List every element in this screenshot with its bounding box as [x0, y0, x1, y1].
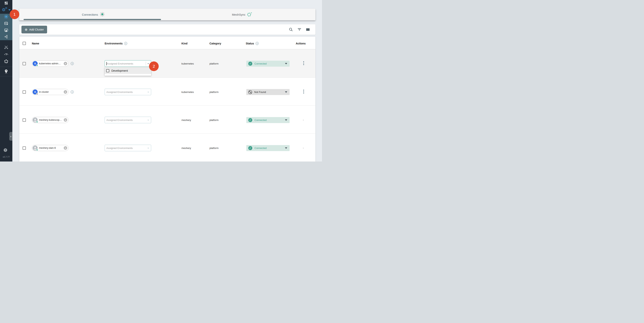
connection-name: meshery-dain-6	[38, 147, 64, 149]
chevron-down-icon[interactable]: ›	[147, 92, 150, 93]
connections-mesh-icon	[4, 14, 8, 20]
view-columns-icon[interactable]	[306, 28, 310, 32]
environments-select[interactable]: Assigned Environments ›	[105, 60, 151, 67]
meshery-adapter-icon	[4, 59, 8, 65]
status-dot	[36, 65, 38, 67]
search-icon[interactable]	[289, 28, 293, 32]
environments-select[interactable]: Assigned Environments ›	[105, 89, 151, 95]
chevron-down-icon[interactable]: ›	[147, 120, 150, 121]
environments-select[interactable]: Assigned Environments ›	[105, 117, 151, 123]
check-circle-icon: ✓	[248, 118, 252, 122]
tab-connections[interactable]: Connections	[19, 9, 167, 20]
main-content: Connections	[12, 0, 322, 162]
column-header-category[interactable]: Category	[210, 42, 221, 45]
environments-select[interactable]: Assigned Environments ›	[105, 145, 151, 151]
column-header-kind[interactable]: Kind	[182, 42, 188, 45]
sidebar-item-performance[interactable]	[0, 52, 12, 57]
add-cluster-button[interactable]: ⊕ Add Cluster	[22, 26, 47, 34]
sidebar-divider	[0, 76, 12, 76]
version-label: v0.7.77	[0, 156, 12, 158]
connection-info-icon[interactable]: i	[71, 90, 74, 94]
caret-down-icon	[285, 119, 287, 121]
environments-placeholder: Assigned Environments	[106, 147, 148, 150]
annotation-step-1: 1	[10, 10, 19, 19]
status-select[interactable]: ✓ Connected	[246, 61, 290, 67]
sidebar-divider	[0, 67, 12, 67]
sidebar-item-workspaces[interactable]	[0, 35, 12, 40]
status-select[interactable]: Not Found	[246, 89, 290, 95]
column-header-status[interactable]: Status i	[246, 42, 259, 45]
sidebar-item-designs[interactable]	[0, 22, 12, 27]
connection-chip[interactable]: in-cluster ×	[32, 89, 68, 95]
option-checkbox[interactable]	[106, 69, 109, 72]
connection-chip[interactable]: kubernetes-admin… ×	[32, 61, 68, 67]
info-icon[interactable]: i	[256, 42, 259, 45]
column-header-environments[interactable]: Environments i	[105, 42, 127, 45]
connection-name: in-cluster	[38, 91, 64, 93]
tab-connections-label: Connections	[82, 13, 98, 16]
expand-sidebar-button[interactable]: ›	[9, 132, 12, 141]
sidebar-item-environments[interactable]	[0, 28, 12, 33]
filter-icon[interactable]	[297, 28, 302, 32]
row-checkbox[interactable]	[22, 62, 26, 65]
row-checkbox[interactable]	[22, 90, 26, 94]
status-dot	[36, 149, 38, 151]
row-checkbox[interactable]	[22, 146, 26, 150]
select-divider	[146, 62, 146, 66]
sidebar: ⚙⚙	[0, 0, 12, 162]
category-cell: platform	[210, 91, 218, 94]
user-avatar-icon	[32, 117, 38, 123]
status-dot	[36, 121, 38, 123]
table-row: kubernetes-admin… × i Assigned Environme…	[19, 49, 316, 78]
connection-info-icon[interactable]: i	[71, 62, 74, 65]
environments-placeholder: Assigned Environments	[107, 62, 146, 65]
caret-down-icon	[285, 91, 287, 93]
sidebar-item-toolkit[interactable]	[0, 45, 12, 50]
table-row: in-cluster × i Assigned Environments › k…	[19, 78, 316, 106]
row-checkbox[interactable]	[22, 118, 26, 122]
status-select[interactable]: ✓ Connected	[246, 117, 290, 123]
table-row: meshery-dain-6 × Assigned Environments ›…	[19, 134, 316, 162]
kubernetes-icon	[32, 89, 38, 95]
help-button[interactable]: ?	[4, 148, 7, 152]
dashboard-icon	[4, 1, 8, 6]
plus-circle-icon: ⊕	[25, 28, 28, 31]
status-label: Connected	[254, 62, 266, 65]
remove-connection-icon[interactable]: ×	[64, 146, 67, 150]
sidebar-item-dashboard[interactable]	[0, 1, 12, 6]
environment-option[interactable]: Development	[105, 67, 151, 74]
column-header-name[interactable]: Name	[32, 42, 39, 45]
select-all-checkbox[interactable]	[22, 42, 26, 45]
kubernetes-icon	[32, 61, 38, 66]
actions-menu-icon[interactable]	[302, 90, 305, 94]
connection-chip[interactable]: meshery-dain-6 ×	[32, 145, 68, 151]
status-label: Not Found	[254, 91, 266, 94]
not-found-icon	[248, 90, 252, 94]
category-cell: platform	[210, 62, 218, 65]
tab-meshsync[interactable]: MeshSync ››	[167, 9, 316, 20]
remove-connection-icon[interactable]: ×	[64, 62, 67, 65]
tab-bar: Connections	[19, 9, 316, 20]
tools-icon	[4, 45, 8, 50]
branch-icon	[4, 35, 8, 40]
sidebar-item-adapters[interactable]	[0, 59, 12, 65]
actions-menu-icon[interactable]	[302, 61, 305, 65]
text-cursor	[106, 62, 107, 65]
meshery-app: ⚙⚙	[0, 0, 322, 162]
sidebar-item-getting-started[interactable]	[0, 69, 12, 75]
column-header-actions: Actions	[296, 42, 306, 45]
status-select[interactable]: ✓ Connected	[246, 145, 290, 151]
status-dot	[36, 93, 38, 95]
remove-connection-icon[interactable]: ×	[64, 118, 67, 122]
chevron-down-icon	[8, 9, 10, 11]
code-design-icon	[4, 22, 8, 27]
annotation-step-2: 2	[149, 62, 159, 71]
no-actions-label: -	[303, 118, 304, 121]
small-gear-icon: ⚙	[5, 7, 7, 9]
kind-cell: kubernetes	[182, 62, 194, 65]
remove-connection-icon[interactable]: ×	[64, 90, 67, 94]
info-icon[interactable]: i	[124, 42, 127, 45]
connection-name: kubernetes-admin…	[38, 62, 64, 65]
chevron-down-icon[interactable]: ›	[147, 148, 150, 149]
connection-chip[interactable]: meshery-kubescop… ×	[32, 117, 68, 123]
